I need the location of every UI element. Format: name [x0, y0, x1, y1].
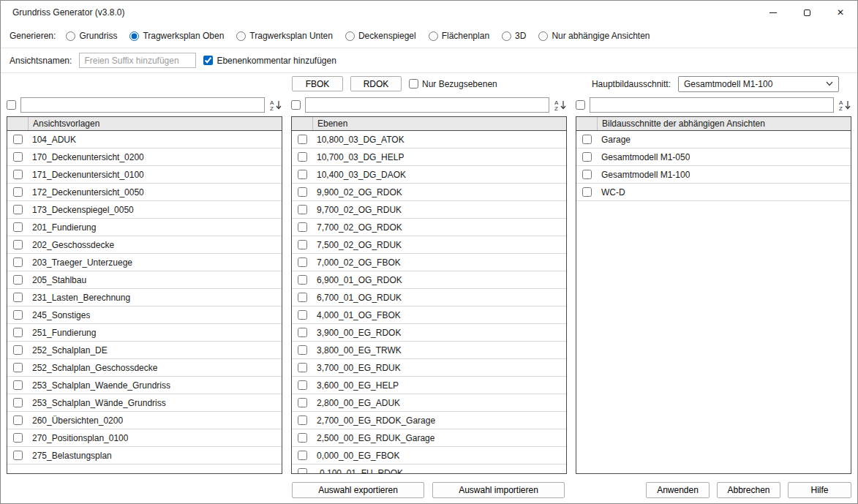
list-item[interactable]: 170_Deckenuntersicht_0200	[7, 148, 282, 166]
radio-input[interactable]	[429, 31, 438, 41]
row-checkbox[interactable]	[298, 380, 307, 390]
list-item[interactable]: 104_ADUK	[7, 131, 282, 148]
row-checkbox[interactable]	[13, 257, 23, 267]
row-checkbox[interactable]	[298, 222, 307, 232]
row-checkbox[interactable]	[13, 170, 23, 179]
list-item[interactable]: 3,600_00_EG_HELP	[292, 377, 566, 394]
row-checkbox[interactable]	[298, 451, 307, 460]
list-item[interactable]: 10,400_03_DG_DAOK	[292, 166, 566, 184]
auswahl-exportieren-button[interactable]: Auswahl exportieren	[292, 482, 424, 498]
list-item[interactable]: 172_Deckenuntersicht_0050	[7, 184, 282, 201]
radio-option[interactable]: Deckenspiegel	[345, 31, 416, 41]
row-checkbox[interactable]	[298, 170, 307, 179]
list-item[interactable]: 7,000_02_OG_FBOK	[292, 254, 566, 271]
ebenen-filter-input[interactable]	[305, 97, 549, 113]
radio-option[interactable]: 3D	[502, 31, 526, 41]
suffix-input[interactable]	[79, 53, 196, 68]
row-checkbox[interactable]	[13, 187, 23, 197]
maximize-button[interactable]	[790, 1, 824, 24]
radio-input[interactable]	[236, 31, 246, 41]
list-item[interactable]: 9,900_02_OG_RDOK	[292, 184, 566, 201]
row-checkbox[interactable]	[582, 187, 592, 197]
row-checkbox[interactable]	[13, 433, 23, 443]
list-item[interactable]: 4,000_01_OG_FBOK	[292, 306, 566, 324]
list-item[interactable]: 7,700_02_OG_RDOK	[292, 219, 566, 236]
list-item[interactable]: Gesamtmodell M1-100	[576, 166, 851, 184]
row-checkbox[interactable]	[298, 398, 307, 407]
list-item[interactable]: 3,800_00_EG_TRWK	[292, 342, 566, 359]
hauptbildausschnitt-select[interactable]: Gesamtmodell M1-100	[678, 76, 839, 92]
list-item[interactable]: 201_Fundierung	[7, 219, 282, 236]
list-item[interactable]: 260_Übersichten_0200	[7, 412, 282, 429]
list-item[interactable]: 202_Geschossdecke	[7, 236, 282, 254]
row-checkbox[interactable]	[13, 328, 23, 337]
list-item[interactable]: 171_Deckenuntersicht_0100	[7, 166, 282, 184]
list-item[interactable]: 10,700_03_DG_HELP	[292, 148, 566, 166]
list-item[interactable]: 253_Schalplan_Wände_Grundriss	[7, 394, 282, 412]
row-checkbox[interactable]	[13, 240, 23, 249]
radio-input[interactable]	[538, 31, 548, 41]
list-item[interactable]: 173_Deckenspiegel_0050	[7, 201, 282, 219]
list-item[interactable]: 10,800_03_DG_ATOK	[292, 131, 566, 148]
sort-az-icon[interactable]: AZ	[838, 99, 851, 112]
row-checkbox[interactable]	[298, 328, 307, 337]
radio-input[interactable]	[502, 31, 511, 41]
radio-option[interactable]: Tragwerksplan Unten	[236, 31, 333, 41]
hilfe-button[interactable]: Hilfe	[788, 482, 851, 498]
radio-option[interactable]: Nur abhängige Ansichten	[538, 31, 650, 41]
anwenden-button[interactable]: Anwenden	[646, 482, 710, 498]
fbok-button[interactable]: FBOK	[292, 76, 343, 91]
list-item[interactable]: 6,900_01_OG_RDOK	[292, 271, 566, 289]
row-checkbox[interactable]	[298, 345, 307, 355]
ansichtsvorlagen-list-body[interactable]: 104_ADUK170_Deckenuntersicht_0200171_Dec…	[7, 131, 282, 473]
list-item[interactable]: 245_Sonstiges	[7, 306, 282, 324]
nur-bezugsebenen-checkbox-input[interactable]	[409, 79, 418, 89]
ebenen-list-body[interactable]: 10,800_03_DG_ATOK10,700_03_DG_HELP10,400…	[292, 131, 566, 473]
list-item[interactable]: -0,100_01_FU_RDOK	[292, 464, 566, 473]
list-item[interactable]: 252_Schalplan_Geschossdecke	[7, 359, 282, 377]
row-checkbox[interactable]	[298, 240, 307, 249]
minimize-button[interactable]	[756, 1, 790, 24]
row-checkbox[interactable]	[13, 205, 23, 214]
list-item[interactable]: 203_Traeger_Unterzuege	[7, 254, 282, 271]
list-item[interactable]: Garage	[576, 131, 851, 148]
row-checkbox[interactable]	[298, 257, 307, 267]
row-checkbox[interactable]	[298, 187, 307, 197]
list-item[interactable]: 253_Schalplan_Waende_Grundriss	[7, 377, 282, 394]
row-checkbox[interactable]	[298, 415, 307, 425]
list-item[interactable]: Gesamtmodell M1-050	[576, 148, 851, 166]
ansichtsvorlagen-select-all-checkbox[interactable]	[7, 100, 16, 110]
list-item[interactable]: 270_Positionsplan_0100	[7, 429, 282, 447]
row-checkbox[interactable]	[298, 293, 307, 302]
bildausschnitte-list-body[interactable]: GarageGesamtmodell M1-050Gesamtmodell M1…	[576, 131, 851, 473]
bildausschnitte-filter-input[interactable]	[590, 97, 834, 113]
radio-input[interactable]	[66, 31, 75, 41]
row-checkbox[interactable]	[298, 152, 307, 162]
row-checkbox[interactable]	[13, 380, 23, 390]
list-item[interactable]: 9,700_02_OG_RDUK	[292, 201, 566, 219]
list-item[interactable]: 275_Belastungsplan	[7, 447, 282, 464]
list-item[interactable]: 231_Lasten_Berechnung	[7, 289, 282, 306]
radio-input[interactable]	[345, 31, 355, 41]
row-checkbox[interactable]	[298, 275, 307, 285]
ebenen-select-all-checkbox[interactable]	[291, 100, 301, 110]
row-checkbox[interactable]	[13, 135, 23, 144]
radio-input[interactable]	[129, 31, 139, 41]
list-item[interactable]: 2,700_00_EG_RDOK_Garage	[292, 412, 566, 429]
sort-az-icon[interactable]: AZ	[269, 99, 282, 112]
row-checkbox[interactable]	[298, 433, 307, 443]
row-checkbox[interactable]	[13, 310, 23, 320]
row-checkbox[interactable]	[13, 222, 23, 232]
row-checkbox[interactable]	[582, 135, 592, 144]
list-item[interactable]: 2,500_00_EG_RDUK_Garage	[292, 429, 566, 447]
row-checkbox[interactable]	[13, 363, 23, 372]
row-checkbox[interactable]	[13, 152, 23, 162]
rdok-button[interactable]: RDOK	[350, 76, 402, 91]
nur-bezugsebenen-checkbox[interactable]: Nur Bezugsebenen	[409, 79, 497, 89]
list-item[interactable]: 3,700_00_EG_RDUK	[292, 359, 566, 377]
list-item[interactable]: 252_Schalplan_DE	[7, 342, 282, 359]
ansichtsvorlagen-filter-input[interactable]	[20, 97, 265, 113]
row-checkbox[interactable]	[582, 152, 592, 162]
ebenenkommentar-checkbox[interactable]: Ebenenkommentar hinzufügen	[203, 56, 336, 66]
row-checkbox[interactable]	[13, 451, 23, 460]
